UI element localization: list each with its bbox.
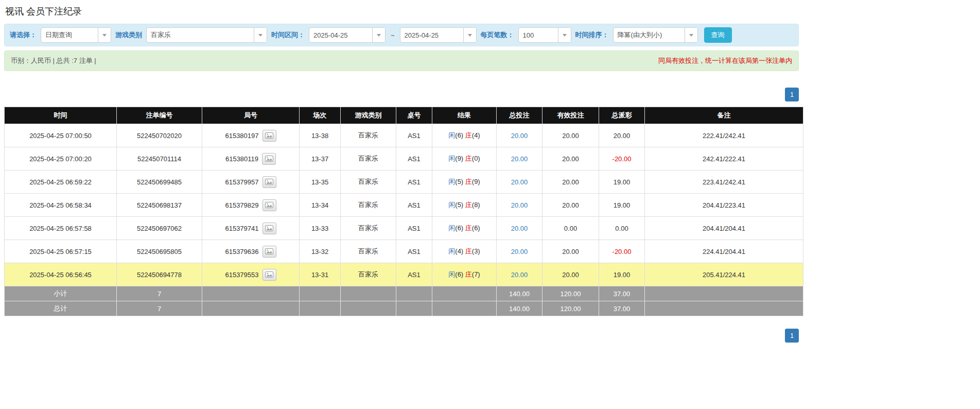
total-bet-link[interactable]: 20.00 bbox=[511, 201, 528, 209]
cell-note: 242.41/222.41 bbox=[645, 147, 803, 171]
total-count: 7 bbox=[117, 286, 202, 301]
cell-note: 204.41/223.41 bbox=[645, 194, 803, 217]
total-bet-sum: 140.00 bbox=[497, 286, 542, 301]
date-to-combo bbox=[400, 27, 477, 43]
cell-game-type: 百家乐 bbox=[341, 171, 396, 194]
page-size-label: 每页笔数： bbox=[481, 30, 514, 40]
total-bet-link[interactable]: 20.00 bbox=[511, 132, 528, 140]
cell-payout: -20.00 bbox=[599, 147, 645, 171]
filter-bar: 请选择： 游戏类别 时间区间： ~ 每页笔数： 时间排序： bbox=[4, 24, 799, 46]
total-bet-link[interactable]: 20.00 bbox=[511, 271, 528, 279]
cell-total-bet: 20.00 bbox=[497, 194, 542, 217]
cell-round-id: 615379553 bbox=[202, 263, 300, 286]
cell-bet-id: 522450701114 bbox=[117, 147, 202, 171]
cell-total-bet: 20.00 bbox=[497, 263, 542, 286]
cell-round-id: 615379957 bbox=[202, 171, 300, 194]
total-bet-link[interactable]: 20.00 bbox=[511, 248, 528, 255]
cell-empty bbox=[300, 286, 341, 301]
caret-down-icon bbox=[468, 34, 472, 37]
cell-total-bet: 20.00 bbox=[497, 124, 542, 147]
round-cards-button[interactable] bbox=[262, 246, 276, 258]
page-1-button-bottom[interactable]: 1 bbox=[785, 329, 799, 343]
round-cards-button[interactable] bbox=[262, 269, 276, 281]
result-player-label: 闲 bbox=[448, 201, 455, 209]
query-type-label: 请选择： bbox=[10, 30, 37, 40]
result-player-label: 闲 bbox=[448, 131, 455, 139]
date-from-dropdown-button[interactable] bbox=[372, 28, 385, 42]
date-to-dropdown-button[interactable] bbox=[463, 28, 476, 42]
result-player-score: (5) bbox=[455, 178, 463, 185]
page-1-button-top[interactable]: 1 bbox=[785, 88, 799, 101]
cards-image-icon bbox=[265, 248, 273, 254]
result-player-label: 闲 bbox=[448, 178, 455, 185]
result-player-label: 闲 bbox=[448, 247, 455, 255]
cell-game-type: 百家乐 bbox=[341, 240, 396, 263]
cell-total-bet: 20.00 bbox=[497, 240, 542, 263]
cell-result: 闲(6) 庄(6) bbox=[432, 217, 497, 240]
total-bet-link[interactable]: 20.00 bbox=[511, 225, 528, 232]
column-header: 结果 bbox=[432, 107, 497, 124]
time-range-label: 时间区间： bbox=[271, 30, 305, 40]
summary-notice: 同局有效投注，统一计算在该局第一张注单内 bbox=[658, 56, 792, 65]
game-type-dropdown-button[interactable] bbox=[254, 28, 267, 42]
total-bet-link[interactable]: 20.00 bbox=[511, 155, 528, 163]
cell-empty bbox=[300, 301, 341, 316]
total-label: 小计 bbox=[5, 286, 117, 301]
cell-valid-bet: 20.00 bbox=[542, 240, 599, 263]
round-cards-button[interactable] bbox=[262, 153, 276, 165]
cell-note: 224.41/204.41 bbox=[645, 240, 803, 263]
query-type-input[interactable] bbox=[41, 28, 98, 42]
round-cards-button[interactable] bbox=[262, 176, 276, 188]
page-size-dropdown-button[interactable] bbox=[558, 28, 571, 42]
payout-value: 0.00 bbox=[615, 225, 628, 232]
cell-game-type: 百家乐 bbox=[341, 217, 396, 240]
summary-currency-total: 币别：人民币 | 总共 :7 注单 | bbox=[11, 56, 96, 65]
payout-value: 19.00 bbox=[614, 201, 631, 209]
column-header: 桌号 bbox=[396, 107, 432, 124]
cell-valid-bet: 20.00 bbox=[542, 124, 599, 147]
round-cards-button[interactable] bbox=[262, 199, 276, 211]
cell-time: 2025-04-25 07:00:50 bbox=[5, 124, 117, 147]
result-player-label: 闲 bbox=[448, 270, 455, 278]
range-separator: ~ bbox=[390, 31, 396, 39]
cell-note: 223.41/242.41 bbox=[645, 171, 803, 194]
cell-time: 2025-04-25 06:56:45 bbox=[5, 263, 117, 286]
valid-bet-sum: 120.00 bbox=[542, 286, 599, 301]
column-header: 总投注 bbox=[497, 107, 542, 124]
round-number: 615380119 bbox=[225, 155, 258, 163]
column-header: 游戏类别 bbox=[341, 107, 396, 124]
round-number: 615379957 bbox=[225, 178, 258, 186]
total-bet-link[interactable]: 20.00 bbox=[511, 178, 528, 186]
cell-game-type: 百家乐 bbox=[341, 147, 396, 171]
cell-payout: 20.00 bbox=[599, 124, 645, 147]
date-to-input[interactable] bbox=[400, 28, 463, 42]
result-player-score: (5) bbox=[455, 201, 463, 209]
result-banker-label: 庄 bbox=[465, 178, 472, 185]
query-type-dropdown-button[interactable] bbox=[98, 28, 111, 42]
column-header: 备注 bbox=[645, 107, 803, 124]
payout-value: 19.00 bbox=[614, 271, 631, 279]
cell-session: 13-35 bbox=[300, 171, 341, 194]
cell-result: 闲(5) 庄(9) bbox=[432, 171, 497, 194]
cell-empty bbox=[432, 286, 497, 301]
cell-note: 205.41/224.41 bbox=[645, 263, 803, 286]
search-button[interactable]: 查询 bbox=[704, 27, 732, 43]
cell-session: 13-31 bbox=[300, 263, 341, 286]
round-cards-button[interactable] bbox=[262, 130, 276, 142]
game-type-input[interactable] bbox=[147, 28, 254, 42]
cell-empty bbox=[341, 286, 396, 301]
time-sort-dropdown-button[interactable] bbox=[685, 28, 697, 42]
date-from-combo bbox=[309, 27, 386, 43]
round-cards-button[interactable] bbox=[262, 223, 276, 234]
caret-down-icon bbox=[102, 34, 107, 37]
date-from-input[interactable] bbox=[309, 28, 372, 42]
page-size-input[interactable] bbox=[519, 28, 558, 42]
result-banker-score: (7) bbox=[472, 270, 480, 278]
time-sort-input[interactable] bbox=[614, 28, 685, 42]
cell-note: 222.41/242.41 bbox=[645, 124, 803, 147]
round-number: 615379636 bbox=[225, 248, 258, 255]
result-player-label: 闲 bbox=[448, 224, 455, 232]
caret-down-icon bbox=[377, 34, 381, 37]
cell-session: 13-33 bbox=[300, 217, 341, 240]
result-banker-label: 庄 bbox=[465, 247, 472, 255]
